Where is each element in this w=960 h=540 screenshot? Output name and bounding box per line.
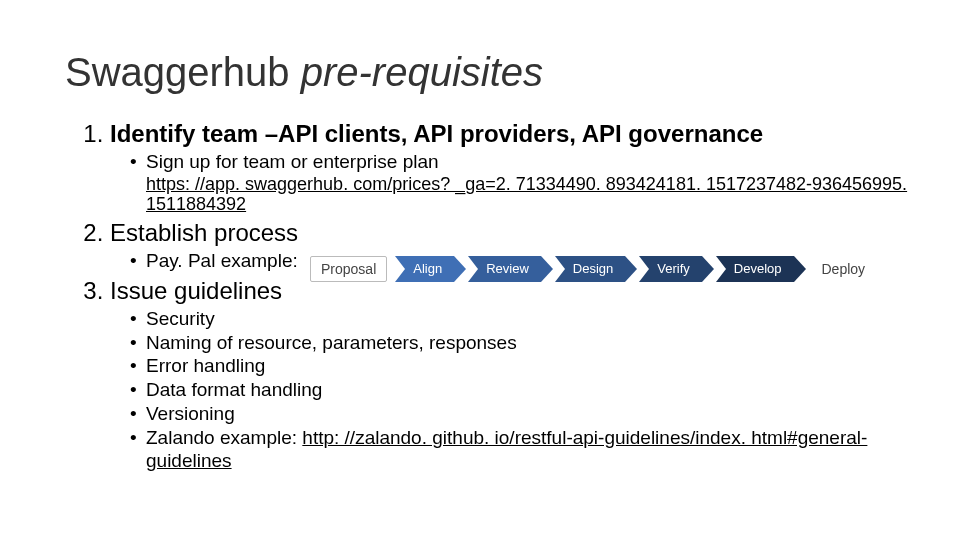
process-step-develop: Develop bbox=[716, 256, 794, 282]
item-3-heading: Issue guidelines bbox=[110, 277, 282, 304]
item-3-sub-4: Data format handling bbox=[130, 378, 920, 402]
item-3-sub-3: Error handling bbox=[130, 354, 920, 378]
process-step-design: Design bbox=[555, 256, 625, 282]
item-3-sub-2: Naming of resource, parameters, response… bbox=[130, 331, 920, 355]
title-plain: Swaggerhub bbox=[65, 50, 301, 94]
swaggerhub-prices-link[interactable]: https: //app. swaggerhub. com/prices? _g… bbox=[146, 174, 907, 215]
slide-title: Swaggerhub pre-requisites bbox=[65, 50, 920, 95]
item-3: Issue guidelines Security Naming of reso… bbox=[110, 277, 920, 473]
swaggerhub-link-block: https: //app. swaggerhub. com/prices? _g… bbox=[146, 174, 920, 215]
title-italic: pre-requisites bbox=[301, 50, 543, 94]
item-2-heading: Establish process bbox=[110, 219, 298, 246]
process-step-review: Review bbox=[468, 256, 541, 282]
item-1-sub: Sign up for team or enterprise plan http… bbox=[110, 150, 920, 215]
item-1: Identify team –API clients, API provider… bbox=[110, 120, 920, 215]
item-3-sub: Security Naming of resource, parameters,… bbox=[110, 307, 920, 473]
item-1-sub-1: Sign up for team or enterprise plan http… bbox=[130, 150, 920, 215]
process-start: Proposal bbox=[310, 256, 387, 282]
process-diagram: Proposal Align Review Design Verify Deve… bbox=[310, 256, 873, 282]
item-3-sub-6: Zalando example: http: //zalando. github… bbox=[130, 426, 920, 474]
process-step-verify: Verify bbox=[639, 256, 702, 282]
process-step-align: Align bbox=[395, 256, 454, 282]
item-1-heading: Identify team –API clients, API provider… bbox=[110, 120, 763, 147]
process-end: Deploy bbox=[814, 259, 874, 279]
main-list: Identify team –API clients, API provider… bbox=[40, 120, 920, 473]
item-3-sub-1: Security bbox=[130, 307, 920, 331]
item-3-sub-5: Versioning bbox=[130, 402, 920, 426]
